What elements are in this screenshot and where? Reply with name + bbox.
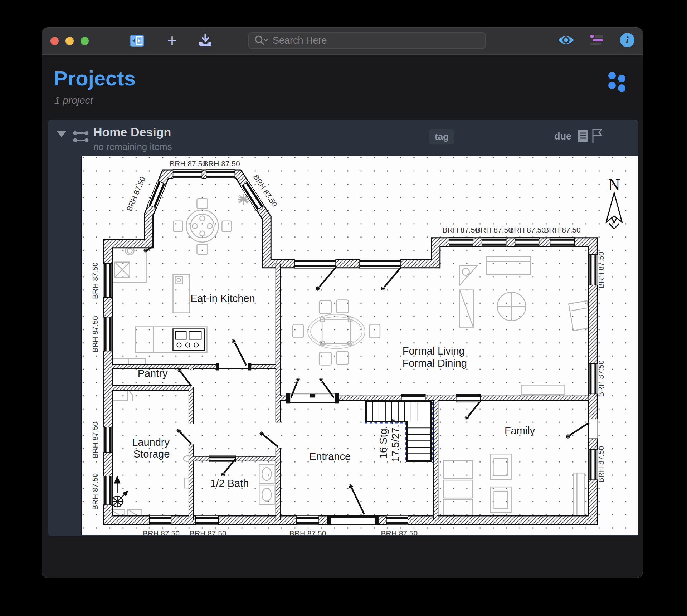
dim-label: BRH 87.50 <box>442 226 479 234</box>
view-grid-icon[interactable] <box>608 70 627 91</box>
label-entrance: Entrance <box>309 451 351 462</box>
label-pantry: Pantry <box>138 368 168 379</box>
floorplan-image: 16 Stg. 17.5/27.7 N Eat-in Kitchen Pantr… <box>82 156 638 535</box>
dim-label: BRH 87.50 <box>476 226 512 234</box>
app-window: + <box>42 27 643 578</box>
dim-label: BRH 87.50 <box>509 226 546 234</box>
toggle-sidebar-icon[interactable] <box>130 35 144 47</box>
page-title: Projects <box>54 66 136 90</box>
project-link-icon <box>73 129 89 145</box>
page-header: Projects 1 project <box>42 55 643 121</box>
traffic-lights <box>50 37 89 45</box>
project-status: no remaining items <box>93 141 172 152</box>
tag-list-icon[interactable] <box>590 34 605 48</box>
stairs-label-2: 17.5/27.7 <box>390 419 401 462</box>
dim-label: BRH 87.50 <box>91 316 99 353</box>
dim-label: BRH 87.50 <box>190 529 226 535</box>
label-kitchen: Eat-in Kitchen <box>190 293 255 304</box>
dim-label: BRH 87.50 <box>91 262 99 299</box>
dim-label: BRH 87.50 <box>91 473 99 510</box>
desktop-background: + <box>0 0 687 616</box>
dim-label: BRH 87.50 <box>203 160 240 168</box>
dim-label: BRH 87.50 <box>597 251 605 288</box>
search-input[interactable] <box>272 35 467 47</box>
dim-label: BRH 87.50 <box>597 360 605 397</box>
tag-field[interactable]: tag <box>429 129 454 144</box>
project-title[interactable]: Home Design <box>93 125 172 139</box>
svg-text:i: i <box>626 34 629 45</box>
floorplan-attachment[interactable]: 16 Stg. 17.5/27.7 N Eat-in Kitchen Pantr… <box>81 156 638 535</box>
project-card-header[interactable]: Home Design no remaining items tag due <box>48 120 638 156</box>
titlebar-right-icons: i <box>557 28 635 54</box>
zoom-button[interactable] <box>81 37 89 45</box>
dim-label: BRH 87.50 <box>597 446 605 483</box>
search-field[interactable] <box>248 32 486 49</box>
dim-label: BRH 87.50 <box>143 529 180 535</box>
dim-label: BRH 87.50 <box>170 160 206 168</box>
import-icon[interactable] <box>198 34 213 48</box>
due-field[interactable]: due <box>554 131 571 142</box>
label-formal-living: Formal Living <box>403 345 465 357</box>
dim-label: BRH 87.50 <box>381 529 418 535</box>
info-icon[interactable]: i <box>620 33 635 49</box>
stairs-label-1: 16 Stg. <box>377 426 389 459</box>
dim-label: BRH 87.50 <box>91 422 99 459</box>
search-icon <box>254 35 268 47</box>
label-laundry: Laundry <box>132 436 170 448</box>
close-button[interactable] <box>50 37 59 45</box>
disclosure-triangle-icon[interactable] <box>57 131 66 137</box>
project-card: Home Design no remaining items tag due <box>48 120 638 536</box>
titlebar: + <box>42 28 643 55</box>
dim-label: BRH 87.50 <box>289 529 326 535</box>
label-storage: Storage <box>133 448 170 460</box>
page-subtitle: 1 project <box>54 95 93 106</box>
dim-label: BRH 87.50 <box>544 226 581 234</box>
label-bath: 1/2 Bath <box>210 478 249 489</box>
label-family: Family <box>505 425 535 436</box>
flag-icon[interactable] <box>591 128 604 145</box>
notes-icon[interactable] <box>577 129 589 144</box>
eye-icon[interactable] <box>557 34 575 48</box>
label-formal-dining: Formal Dining <box>403 357 467 369</box>
plan-canvas <box>82 156 638 535</box>
minimize-button[interactable] <box>65 37 74 45</box>
add-icon[interactable]: + <box>167 35 177 46</box>
